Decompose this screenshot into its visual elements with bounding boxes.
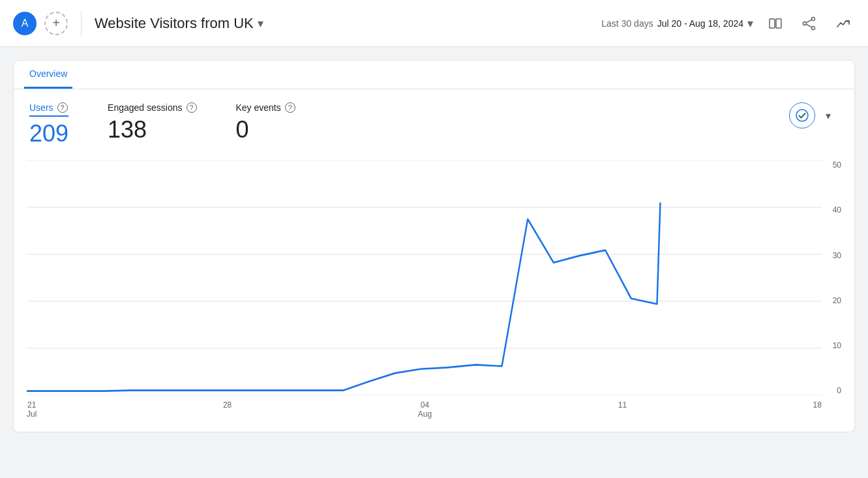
metric-key-events: Key events ? 0 bbox=[236, 102, 295, 143]
report-title-text: Website Visitors from UK bbox=[95, 15, 254, 32]
x-date-28: 28 bbox=[223, 400, 232, 410]
chart-container: 50 40 30 20 10 0 bbox=[27, 160, 841, 395]
report-title[interactable]: Website Visitors from UK ▾ bbox=[95, 15, 263, 32]
svg-point-3 bbox=[803, 22, 807, 25]
y-label-30: 30 bbox=[822, 251, 841, 260]
top-bar: A + Website Visitors from UK ▾ Last 30 d… bbox=[0, 0, 868, 47]
key-events-help-icon[interactable]: ? bbox=[285, 102, 295, 113]
date-dropdown-icon[interactable]: ▾ bbox=[747, 16, 753, 31]
date-value: Jul 20 - Aug 18, 2024 bbox=[657, 18, 743, 29]
date-label: Last 30 days bbox=[601, 18, 653, 29]
x-date-11: 11 bbox=[618, 400, 627, 410]
card-action: ▾ bbox=[789, 102, 839, 128]
metric-users: Users ? 209 bbox=[29, 102, 68, 147]
svg-line-6 bbox=[806, 24, 812, 27]
svg-rect-0 bbox=[770, 19, 775, 28]
main-content: Overview Users ? 209 Engaged sessions ? … bbox=[0, 47, 868, 443]
x-date-18: 18 bbox=[813, 400, 822, 410]
metric-engaged-sessions-value: 138 bbox=[108, 115, 196, 143]
x-label-jul28: 28 bbox=[223, 400, 232, 419]
x-date-21: 21 bbox=[27, 400, 37, 410]
compare-button[interactable] bbox=[764, 12, 787, 35]
users-help-icon[interactable]: ? bbox=[57, 102, 68, 113]
x-label-aug18: 18 bbox=[813, 400, 822, 419]
metric-engaged-sessions-label[interactable]: Engaged sessions ? bbox=[108, 102, 196, 113]
engaged-sessions-help-icon[interactable]: ? bbox=[187, 102, 197, 113]
metric-users-label[interactable]: Users ? bbox=[29, 102, 68, 117]
tab-overview[interactable]: Overview bbox=[24, 61, 72, 89]
share-button[interactable] bbox=[798, 12, 821, 35]
chart-area: 50 40 30 20 10 0 21 Jul 28 bbox=[14, 154, 854, 432]
y-label-20: 20 bbox=[822, 296, 841, 305]
svg-line-5 bbox=[806, 20, 812, 23]
report-title-dropdown-icon[interactable]: ▾ bbox=[258, 16, 263, 31]
x-label-jul21: 21 Jul bbox=[27, 400, 37, 419]
card-tabs: Overview bbox=[14, 61, 854, 89]
metric-key-events-value: 0 bbox=[236, 115, 295, 143]
x-axis-labels: 21 Jul 28 04 Aug 11 18 bbox=[27, 395, 841, 419]
top-bar-right: Last 30 days Jul 20 - Aug 18, 2024 ▾ bbox=[601, 12, 855, 35]
x-month-jul: Jul bbox=[27, 410, 37, 419]
y-axis-labels: 50 40 30 20 10 0 bbox=[822, 160, 841, 395]
y-label-0: 0 bbox=[822, 386, 841, 395]
x-month-aug: Aug bbox=[418, 410, 432, 419]
avatar[interactable]: A bbox=[13, 12, 37, 35]
svg-point-7 bbox=[796, 110, 808, 121]
divider bbox=[81, 10, 82, 37]
x-label-aug11: 11 bbox=[618, 400, 627, 419]
metric-key-events-label[interactable]: Key events ? bbox=[236, 102, 295, 113]
x-date-04: 04 bbox=[418, 400, 432, 410]
y-label-50: 50 bbox=[822, 160, 841, 170]
insights-button[interactable] bbox=[831, 12, 855, 35]
metrics-row: Users ? 209 Engaged sessions ? 138 Key e… bbox=[14, 89, 854, 154]
metric-users-value: 209 bbox=[29, 119, 68, 147]
chart-svg bbox=[27, 160, 841, 395]
check-button[interactable] bbox=[789, 102, 815, 128]
date-range-selector[interactable]: Last 30 days Jul 20 - Aug 18, 2024 ▾ bbox=[601, 16, 753, 31]
svg-point-2 bbox=[812, 17, 815, 20]
check-dropdown-button[interactable]: ▾ bbox=[818, 102, 839, 128]
chart-line bbox=[27, 203, 660, 391]
analytics-card: Overview Users ? 209 Engaged sessions ? … bbox=[13, 60, 855, 432]
metric-engaged-sessions: Engaged sessions ? 138 bbox=[108, 102, 196, 143]
y-label-10: 10 bbox=[822, 341, 841, 350]
svg-point-4 bbox=[812, 26, 815, 29]
y-label-40: 40 bbox=[822, 205, 841, 215]
x-label-aug04: 04 Aug bbox=[418, 400, 432, 419]
add-account-button[interactable]: + bbox=[44, 12, 68, 35]
svg-rect-1 bbox=[776, 19, 781, 28]
